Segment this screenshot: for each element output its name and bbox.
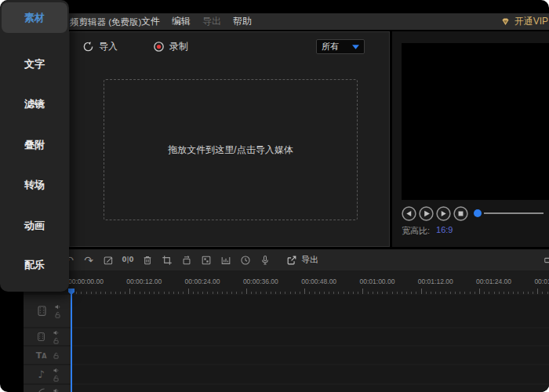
speaker-icon[interactable] [54, 303, 61, 310]
track-header [24, 385, 71, 392]
ruler-tick [533, 292, 533, 294]
delete-button[interactable] [142, 255, 153, 266]
voice-icon [36, 386, 46, 392]
vip-label: 开通VIP [514, 15, 548, 28]
ruler-tick [464, 292, 465, 294]
redo-button[interactable]: ↷ [83, 255, 94, 266]
speaker-icon[interactable] [53, 387, 60, 392]
lock-icon[interactable] [53, 375, 60, 382]
menu-item[interactable]: 导出 [202, 15, 221, 28]
track-lane[interactable] [71, 328, 549, 345]
media-dropzone[interactable]: 拖放文件到这里/点击导入媒体 [104, 79, 358, 220]
timeline-ruler[interactable]: 00:00:00.0000:00:12.0000:00:24.0000:00:3… [24, 270, 549, 295]
speaker-icon[interactable] [53, 367, 60, 374]
ruler-tick [416, 292, 416, 294]
track-lane[interactable] [71, 365, 549, 383]
ruler-tick [479, 289, 480, 294]
ruler-tick [120, 292, 121, 294]
previous-frame-button[interactable] [402, 206, 416, 221]
ruler-tick [547, 292, 548, 294]
audio-levels-button[interactable] [220, 255, 231, 266]
export-icon [286, 255, 297, 266]
track-lane[interactable] [71, 295, 549, 327]
timeline-zoom-icon[interactable] [544, 255, 549, 266]
media-filter-dropdown[interactable]: 所有 [316, 39, 365, 54]
ruler-tick [445, 292, 446, 294]
dropzone-text: 拖放文件到这里/点击导入媒体 [168, 143, 293, 157]
voiceover-button[interactable] [260, 255, 271, 266]
rotate-button[interactable] [181, 255, 192, 266]
ruler-tick [440, 292, 441, 294]
ruler-tick [169, 292, 169, 294]
sidebar-item[interactable]: 文字 [0, 57, 69, 71]
ruler-tick [76, 292, 77, 294]
ruler-tick [111, 292, 111, 294]
ruler-tick [100, 292, 101, 294]
sidebar-item[interactable]: 配乐 [0, 258, 69, 272]
ruler-tick [105, 292, 106, 294]
ruler-tick [164, 292, 165, 294]
speaker-icon[interactable] [53, 329, 60, 336]
menu-item[interactable]: 帮助 [233, 15, 252, 28]
track-lane[interactable] [71, 347, 549, 364]
vip-button[interactable]: 开通VIP [500, 13, 548, 30]
split-button[interactable]: 0|0 [122, 255, 133, 266]
transport-controls [402, 205, 546, 221]
crop-button[interactable] [162, 255, 173, 266]
dropdown-value: 所有 [322, 41, 352, 53]
sidebar-item[interactable]: 滤镜 [0, 97, 69, 111]
ruler-tick [154, 292, 155, 294]
ruler-tick [358, 292, 358, 294]
play-button[interactable] [419, 206, 434, 221]
sidebar-item[interactable]: 转场 [0, 178, 69, 192]
lock-icon[interactable] [53, 352, 60, 359]
ruler-tick [86, 292, 87, 294]
stop-button[interactable] [453, 206, 468, 221]
ruler-tick [242, 292, 242, 294]
aspect-ratio-value[interactable]: 16:9 [436, 225, 453, 237]
menu-item[interactable]: 编辑 [172, 15, 191, 28]
ruler-tick [260, 292, 261, 294]
ruler-tick [198, 292, 198, 294]
ruler-tick [489, 292, 489, 294]
ruler-label: 00:00:00.00 [68, 278, 104, 285]
import-button[interactable]: 导入 [82, 40, 118, 53]
ruler-tick [91, 292, 92, 294]
lock-icon[interactable] [53, 337, 60, 344]
export-button[interactable]: 导出 [286, 254, 318, 266]
preview-panel: 宽高比: 16:9 [392, 31, 549, 247]
ruler-tick [387, 292, 387, 294]
ruler-tick [193, 292, 194, 294]
edit-button[interactable] [103, 255, 114, 266]
track-lane[interactable] [71, 385, 549, 392]
ruler-tick [149, 292, 150, 294]
seek-handle[interactable] [474, 209, 482, 217]
record-button[interactable]: 录制 [153, 40, 188, 53]
vip-gem-icon [500, 16, 511, 27]
track-row-video [24, 295, 549, 327]
lock-icon[interactable] [54, 311, 61, 318]
video-preview [402, 43, 549, 200]
mosaic-button[interactable] [201, 255, 212, 266]
seek-track[interactable] [484, 212, 544, 214]
ruler-tick [460, 292, 460, 294]
ruler-tick [295, 292, 296, 294]
next-frame-button[interactable] [436, 206, 451, 221]
ruler-tick [348, 292, 349, 294]
ruler-tick [499, 292, 500, 294]
sidebar-item[interactable]: 动画 [0, 219, 69, 233]
duration-button[interactable] [240, 255, 251, 266]
ruler-tick [450, 292, 451, 294]
sidebar-item[interactable]: 叠附 [0, 138, 69, 152]
app-title: 频剪辑器 (免费版) [70, 16, 141, 28]
ruler-tick [406, 292, 407, 294]
sidebar-item-media[interactable]: 素材 [2, 2, 67, 33]
menu-item[interactable]: 文件 [141, 15, 160, 28]
ruler-tick [213, 292, 213, 294]
ruler-tick [392, 292, 393, 294]
ruler-label: 00:00:36.00 [243, 278, 278, 285]
app-window: 频剪辑器 (免费版) 文件编辑导出帮助 开通VIP 导入 录制 所有 拖放文件到… [0, 0, 549, 392]
ruler-tick [309, 292, 310, 294]
ruler-tick [324, 292, 325, 294]
record-label: 录制 [169, 40, 188, 53]
